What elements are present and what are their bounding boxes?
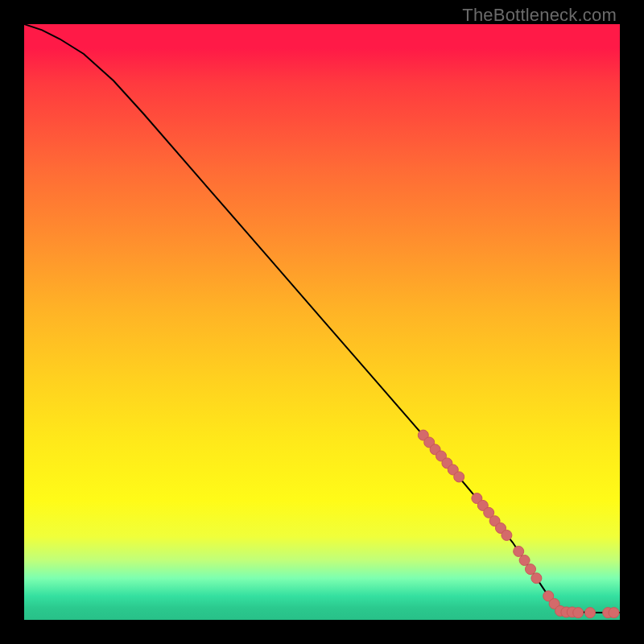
data-marker [585, 608, 596, 618]
chart-svg [24, 24, 620, 620]
data-marker [514, 546, 524, 556]
data-marker [519, 555, 530, 566]
data-marker [609, 608, 619, 618]
watermark-text: TheBottleneck.com [462, 5, 617, 26]
plot-area [24, 24, 620, 620]
data-marker [531, 573, 542, 584]
data-marker [454, 472, 464, 482]
data-marker [502, 530, 512, 540]
marker-group [418, 430, 619, 618]
data-marker [526, 564, 536, 575]
curve-line [24, 24, 620, 613]
chart-frame [24, 24, 620, 620]
data-marker [573, 608, 584, 618]
